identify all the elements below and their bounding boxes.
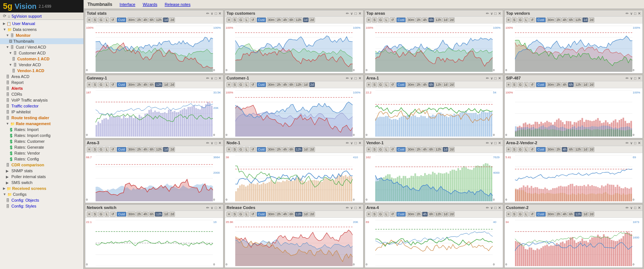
g-btn[interactable]: G: [98, 147, 104, 152]
sidebar-item-snmp[interactable]: ▶ SNMP stats: [0, 168, 83, 174]
s-btn[interactable]: S: [512, 212, 517, 217]
cust-btn[interactable]: Cust: [117, 82, 126, 87]
edit-btn[interactable]: ✏: [346, 76, 349, 80]
collapse-btn[interactable]: ∨: [630, 76, 633, 80]
l-btn[interactable]: L: [384, 147, 389, 152]
menu-btn[interactable]: ≡: [366, 212, 371, 217]
s-btn[interactable]: S: [92, 212, 97, 217]
close-btn[interactable]: ✕: [358, 141, 362, 145]
menu-btn[interactable]: ≡: [226, 212, 231, 217]
l-btn[interactable]: L: [104, 212, 109, 217]
time-btn-2d[interactable]: 2d: [449, 17, 455, 22]
time-btn-4h[interactable]: 4h: [142, 82, 148, 87]
time-btn-12h[interactable]: 12h: [574, 212, 582, 217]
l-btn[interactable]: L: [524, 212, 529, 217]
refresh-btn[interactable]: ↺: [529, 82, 535, 87]
g-btn[interactable]: G: [378, 147, 383, 152]
refresh-btn[interactable]: ↺: [250, 82, 256, 87]
l-btn[interactable]: L: [384, 82, 389, 87]
time-btn-1d[interactable]: 1d: [303, 212, 309, 217]
close-btn[interactable]: ✕: [358, 11, 362, 15]
time-btn-6h[interactable]: 6h: [149, 82, 154, 87]
s-btn[interactable]: S: [372, 147, 377, 152]
sidebar-item-rates-generate[interactable]: 💲 Rates: Generate: [0, 144, 83, 150]
time-btn-1d[interactable]: 1d: [582, 147, 588, 152]
refresh-btn[interactable]: ↺: [529, 147, 535, 152]
time-btn-12h[interactable]: 12h: [434, 212, 442, 217]
sidebar-item-cdrs[interactable]: 🗄 CDRs: [0, 91, 83, 97]
time-btn-30m[interactable]: 30m: [547, 17, 555, 22]
sidebar-item-voip[interactable]: 🗄 VoIP Traffic analysis: [0, 97, 83, 103]
cust-btn[interactable]: Cust: [257, 147, 266, 152]
nav-link-release-notes[interactable]: Release notes: [165, 2, 190, 7]
time-btn-6h[interactable]: 6h: [289, 212, 294, 217]
time-btn-2h[interactable]: 2h: [555, 212, 561, 217]
time-btn-2h[interactable]: 2h: [276, 82, 282, 87]
time-btn-30m[interactable]: 30m: [267, 212, 276, 217]
menu-btn[interactable]: ≡: [87, 17, 92, 22]
time-btn-2d[interactable]: 2d: [588, 147, 594, 152]
time-btn-2d[interactable]: 2d: [588, 82, 594, 87]
maximize-btn[interactable]: □: [354, 11, 357, 15]
time-btn-4h[interactable]: 4h: [282, 82, 288, 87]
maximize-btn[interactable]: □: [634, 76, 637, 80]
time-btn-6h[interactable]: 6h: [568, 82, 574, 87]
sidebar-item-alerts[interactable]: 🗄 Alerts: [0, 85, 83, 91]
time-btn-6h[interactable]: 6h: [568, 147, 574, 152]
s-btn[interactable]: S: [512, 147, 517, 152]
menu-btn[interactable]: ≡: [366, 82, 371, 87]
time-btn-30m[interactable]: 30m: [407, 82, 415, 87]
menu-btn[interactable]: ≡: [506, 17, 511, 22]
l-btn[interactable]: L: [244, 82, 249, 87]
g-btn[interactable]: G: [518, 82, 523, 87]
l-btn[interactable]: L: [104, 147, 109, 152]
time-btn-2h[interactable]: 2h: [416, 82, 422, 87]
time-btn-4h[interactable]: 4h: [422, 147, 428, 152]
edit-btn[interactable]: ✏: [346, 11, 349, 15]
time-btn-1d[interactable]: 1d: [443, 82, 448, 87]
g-btn[interactable]: G: [238, 212, 244, 217]
sidebar-item-config-styles[interactable]: 🗄 Config: Styles: [0, 203, 83, 209]
time-btn-4h[interactable]: 4h: [282, 212, 288, 217]
time-btn-6h[interactable]: 6h: [289, 17, 294, 22]
time-btn-1d[interactable]: 1d: [582, 212, 588, 217]
time-btn-30m[interactable]: 30m: [267, 147, 276, 152]
maximize-btn[interactable]: □: [494, 206, 497, 210]
maximize-btn[interactable]: □: [214, 11, 217, 15]
refresh-icon[interactable]: ⟳: [3, 14, 6, 18]
time-btn-2h[interactable]: 2h: [416, 147, 422, 152]
time-btn-12h[interactable]: 12h: [434, 17, 442, 22]
time-btn-2d[interactable]: 2d: [449, 212, 455, 217]
time-btn-2d[interactable]: 2d: [169, 82, 175, 87]
refresh-btn[interactable]: ↺: [250, 147, 256, 152]
nav-link-wizards[interactable]: Wizards: [143, 2, 157, 7]
time-btn-12h[interactable]: 12h: [295, 147, 303, 152]
close-btn[interactable]: ✕: [218, 206, 222, 210]
time-btn-2h[interactable]: 2h: [555, 147, 561, 152]
time-btn-12h[interactable]: 12h: [434, 82, 442, 87]
sidebar-item-report[interactable]: 🗄 Report: [0, 79, 83, 85]
g-btn[interactable]: G: [98, 82, 104, 87]
time-btn-1d[interactable]: 1d: [443, 17, 448, 22]
maximize-btn[interactable]: □: [634, 11, 637, 15]
support-link[interactable]: 5gVision support: [12, 14, 42, 18]
time-btn-12h[interactable]: 12h: [295, 212, 303, 217]
time-btn-4h[interactable]: 4h: [562, 147, 568, 152]
time-btn-30m[interactable]: 30m: [407, 17, 415, 22]
time-btn-1d[interactable]: 1d: [163, 17, 169, 22]
time-btn-6h[interactable]: 6h: [149, 147, 154, 152]
close-btn[interactable]: ✕: [218, 141, 222, 145]
s-btn[interactable]: S: [232, 147, 237, 152]
sidebar-item-user-manual[interactable]: ▶ 📋 User Manual: [0, 21, 83, 26]
edit-btn[interactable]: ✏: [486, 206, 489, 210]
close-btn[interactable]: ✕: [218, 76, 222, 80]
close-btn[interactable]: ✕: [637, 206, 641, 210]
g-btn[interactable]: G: [238, 17, 244, 22]
g-btn[interactable]: G: [518, 212, 523, 217]
refresh-btn[interactable]: ↺: [390, 147, 396, 152]
time-btn-2h[interactable]: 2h: [276, 147, 282, 152]
cust-btn[interactable]: Cust: [257, 17, 266, 22]
collapse-btn[interactable]: ∨: [350, 11, 353, 15]
time-btn-2h[interactable]: 2h: [136, 147, 142, 152]
time-btn-2d[interactable]: 2d: [309, 147, 315, 152]
